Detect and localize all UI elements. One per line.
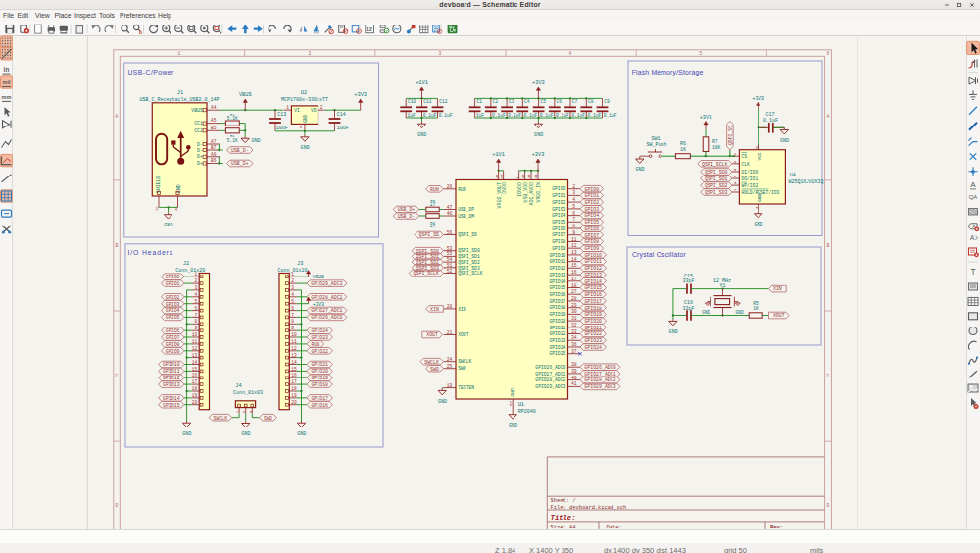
svg-text:RUN: RUN — [311, 342, 319, 347]
svg-text:USB_D+: USB_D+ — [398, 207, 416, 212]
svg-text:Sheet: /: Sheet: / — [551, 498, 576, 504]
svg-text:+3V3: +3V3 — [313, 302, 324, 308]
svg-text:DO/IO1: DO/IO1 — [742, 176, 759, 181]
svg-text:15: 15 — [571, 263, 577, 268]
svg-text:GPIO24: GPIO24 — [549, 345, 565, 350]
svg-text:VCC: VCC — [758, 152, 762, 161]
svg-text:QSPI_SCLK: QSPI_SCLK — [458, 271, 483, 276]
svg-text:RUN: RUN — [458, 187, 466, 192]
svg-text:GND: GND — [780, 138, 789, 144]
svg-text:QSPI_SD2: QSPI_SD2 — [705, 183, 728, 188]
svg-text:QSPI_SS: QSPI_SS — [728, 126, 733, 145]
svg-text:3: 3 — [439, 51, 442, 56]
svg-text:7: 7 — [734, 187, 737, 192]
svg-text:1uF: 1uF — [476, 113, 485, 118]
svg-text:CC2: CC2 — [194, 128, 203, 133]
svg-text:GPIO20: GPIO20 — [584, 319, 602, 324]
svg-text:QSPI_SD3: QSPI_SD3 — [458, 266, 480, 271]
svg-text:15: 15 — [291, 367, 297, 372]
svg-text:U1: U1 — [518, 402, 524, 408]
svg-text:SWCLK: SWCLK — [458, 359, 471, 364]
svg-text:GPIO7: GPIO7 — [584, 233, 599, 238]
svg-text:GPIO6: GPIO6 — [584, 226, 599, 231]
svg-text:D: D — [116, 503, 119, 508]
svg-text:33pF: 33pF — [682, 306, 694, 312]
svg-text:20: 20 — [291, 400, 297, 405]
svg-text:0.1uF: 0.1uF — [508, 113, 521, 118]
svg-text:W25Q16JVUXIQ: W25Q16JVUXIQ — [789, 179, 824, 185]
svg-text:1K: 1K — [680, 147, 686, 153]
svg-text:U4: U4 — [790, 173, 796, 178]
svg-text:GPIO3: GPIO3 — [552, 207, 565, 212]
svg-text:+1V1: +1V1 — [492, 152, 505, 158]
svg-text:GND: GND — [303, 114, 308, 122]
svg-text:8: 8 — [291, 319, 294, 324]
svg-text:Y1: Y1 — [719, 283, 725, 289]
svg-text:GND: GND — [301, 145, 310, 151]
svg-text:GND: GND — [511, 388, 515, 397]
svg-text:19: 19 — [192, 393, 198, 398]
svg-text:14: 14 — [571, 257, 577, 262]
svg-text:GPIO2: GPIO2 — [166, 295, 180, 300]
svg-text:2: 2 — [291, 278, 294, 283]
svg-text:43: 43 — [527, 174, 531, 179]
svg-text:C6: C6 — [557, 99, 563, 104]
svg-text:27: 27 — [571, 289, 577, 294]
svg-text:13: 13 — [571, 250, 577, 255]
svg-text:C5: C5 — [540, 99, 546, 104]
svg-text:A: A — [116, 114, 119, 119]
svg-text:5.1K: 5.1K — [227, 138, 238, 143]
svg-text:SWD: SWD — [430, 367, 439, 372]
svg-text:GND: GND — [758, 193, 762, 202]
svg-text:File: devboard.kicad_sch: File: devboard.kicad_sch — [551, 505, 627, 511]
svg-text:C17: C17 — [766, 112, 775, 118]
svg-text:C14: C14 — [337, 112, 346, 118]
svg-text:21: 21 — [447, 330, 453, 335]
svg-text:13: 13 — [291, 353, 297, 358]
svg-text:53: 53 — [447, 246, 453, 251]
svg-text:GND: GND — [636, 167, 645, 173]
svg-text:17: 17 — [291, 379, 297, 384]
svg-text:GPIO16: GPIO16 — [311, 403, 328, 408]
svg-text:B5: B5 — [211, 126, 217, 130]
svg-text:QSPI_SD3: QSPI_SD3 — [705, 190, 728, 195]
svg-text:19: 19 — [447, 383, 453, 388]
svg-text:QA: QA — [969, 194, 978, 200]
svg-text:XOUT: XOUT — [773, 313, 785, 318]
svg-text:GPIO17: GPIO17 — [549, 299, 565, 304]
svg-text:23: 23 — [500, 174, 504, 179]
svg-text:GPIO14: GPIO14 — [163, 396, 180, 401]
svg-text:GPIO11: GPIO11 — [584, 259, 602, 264]
svg-text:GPIO17: GPIO17 — [311, 396, 328, 401]
svg-text:GND: GND — [297, 431, 306, 437]
svg-text:SWD: SWD — [264, 416, 272, 421]
svg-text:QSPI_SD1: QSPI_SD1 — [705, 176, 728, 181]
svg-text:RP2040: RP2040 — [518, 409, 536, 415]
svg-text:GPIO20: GPIO20 — [549, 319, 565, 324]
svg-text:3: 3 — [572, 190, 575, 195]
svg-text:R7: R7 — [712, 139, 718, 144]
svg-text:mm: mm — [2, 94, 12, 100]
svg-text:17: 17 — [192, 379, 198, 384]
svg-text:USB_C_Receptacle_USB2.0_14P: USB_C_Receptacle_USB2.0_14P — [139, 97, 219, 103]
svg-text:b: b — [139, 30, 142, 35]
svg-text:2: 2 — [572, 184, 575, 189]
svg-text:USB_D-: USB_D- — [398, 214, 416, 219]
svg-text:C7: C7 — [572, 99, 578, 104]
svg-text:QSPI_SD1: QSPI_SD1 — [458, 254, 480, 259]
svg-text:12: 12 — [291, 346, 297, 351]
svg-text:0.1uF: 0.1uF — [588, 113, 602, 118]
svg-text:GPIO28_ADC2: GPIO28_ADC2 — [584, 377, 615, 382]
svg-text:5: 5 — [700, 51, 703, 56]
svg-text:1: 1 — [178, 51, 181, 56]
svg-text:ADC_AVDD: ADC_AVDD — [529, 182, 534, 206]
svg-text:12: 12 — [571, 243, 577, 248]
svg-text:GPIO19: GPIO19 — [584, 312, 602, 317]
svg-text:33: 33 — [571, 329, 577, 334]
svg-text:GPIO8: GPIO8 — [166, 342, 180, 347]
svg-text:GND: GND — [182, 431, 191, 437]
svg-text:0.1uF: 0.1uF — [492, 113, 506, 118]
svg-text:GPIO26_ADC0: GPIO26_ADC0 — [311, 315, 342, 320]
svg-text:TESTEN: TESTEN — [458, 385, 474, 390]
svg-text:25: 25 — [447, 364, 453, 369]
